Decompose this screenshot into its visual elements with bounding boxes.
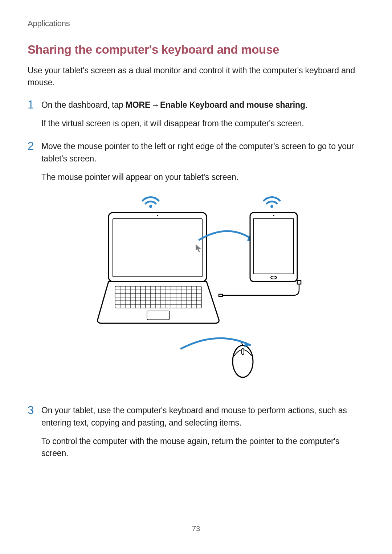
- svg-rect-33: [219, 294, 222, 296]
- laptop-illustration: [98, 213, 219, 323]
- svg-rect-3: [113, 219, 202, 277]
- svg-rect-34: [297, 280, 301, 284]
- step-body: On your tablet, use the computer's keybo…: [41, 405, 364, 459]
- wifi-icon: [264, 197, 280, 208]
- step-2-line-1: Move the mouse pointer to the left or ri…: [41, 140, 364, 165]
- laptop-tablet-mouse-diagram: [90, 193, 315, 381]
- svg-rect-36: [242, 349, 244, 354]
- step-number: 2: [28, 140, 41, 394]
- text: On the dashboard, tap: [41, 100, 126, 110]
- step-body: On the dashboard, tap MORE → Enable Keyb…: [41, 99, 364, 130]
- page-header: Applications: [28, 19, 364, 28]
- section-title: Sharing the computer's keyboard and mous…: [28, 43, 364, 57]
- svg-rect-30: [254, 219, 294, 274]
- arrow-icon: →: [151, 99, 159, 111]
- step-1-line-2: If the virtual screen is open, it will d…: [41, 118, 364, 130]
- tablet-illustration: [250, 213, 297, 282]
- page-number: 73: [0, 525, 392, 533]
- svg-point-31: [273, 215, 274, 217]
- svg-point-1: [270, 205, 273, 208]
- step-item-2: 2 Move the mouse pointer to the left or …: [28, 140, 364, 394]
- section-intro: Use your tablet's screen as a dual monit…: [28, 65, 364, 89]
- wifi-icon: [143, 197, 159, 208]
- mouse-illustration: [233, 341, 253, 377]
- step-body: Move the mouse pointer to the left or ri…: [41, 140, 364, 394]
- arrow-laptop-to-tablet: [199, 231, 253, 241]
- step-3-line-2: To control the computer with the mouse a…: [41, 435, 364, 460]
- text-bold: MORE: [126, 100, 150, 110]
- step-number: 3: [28, 405, 41, 459]
- step-list: 1 On the dashboard, tap MORE → Enable Ke…: [28, 99, 364, 460]
- figure-container: [41, 193, 364, 381]
- step-item-1: 1 On the dashboard, tap MORE → Enable Ke…: [28, 99, 364, 130]
- step-item-3: 3 On your tablet, use the computer's key…: [28, 405, 364, 459]
- usb-cable-illustration: [219, 280, 301, 296]
- svg-point-0: [149, 205, 152, 208]
- step-2-line-2: The mouse pointer will appear on your ta…: [41, 171, 364, 183]
- text: .: [305, 100, 307, 110]
- text-bold: Enable Keyboard and mouse sharing: [160, 100, 305, 110]
- step-3-line-1: On your tablet, use the computer's keybo…: [41, 405, 364, 429]
- step-number: 1: [28, 99, 41, 130]
- svg-point-4: [157, 215, 158, 216]
- step-1-line-1: On the dashboard, tap MORE → Enable Keyb…: [41, 99, 364, 111]
